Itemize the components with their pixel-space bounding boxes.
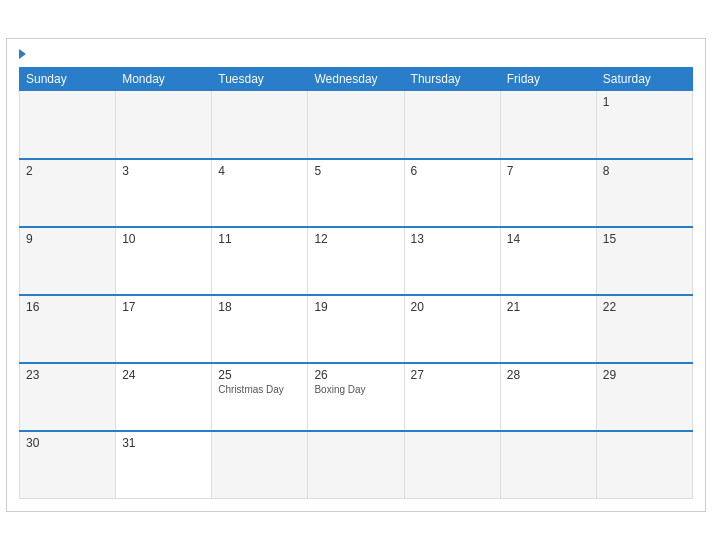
day-cell: 1 xyxy=(596,91,692,159)
day-cell xyxy=(500,91,596,159)
weekday-sunday: Sunday xyxy=(20,68,116,91)
day-number: 21 xyxy=(507,300,590,314)
day-cell: 29 xyxy=(596,363,692,431)
day-number: 31 xyxy=(122,436,205,450)
day-cell xyxy=(20,91,116,159)
day-cell: 3 xyxy=(116,159,212,227)
day-cell xyxy=(116,91,212,159)
day-cell: 12 xyxy=(308,227,404,295)
day-cell: 18 xyxy=(212,295,308,363)
day-number: 11 xyxy=(218,232,301,246)
calendar-grid: SundayMondayTuesdayWednesdayThursdayFrid… xyxy=(19,67,693,499)
day-cell: 19 xyxy=(308,295,404,363)
week-row-0: 1 xyxy=(20,91,693,159)
event-label: Boxing Day xyxy=(314,384,397,395)
day-cell: 21 xyxy=(500,295,596,363)
day-number: 10 xyxy=(122,232,205,246)
day-cell xyxy=(212,431,308,499)
day-number: 2 xyxy=(26,164,109,178)
logo-triangle-icon xyxy=(19,49,26,59)
day-cell: 6 xyxy=(404,159,500,227)
day-cell xyxy=(308,431,404,499)
day-number: 8 xyxy=(603,164,686,178)
calendar-header xyxy=(19,49,693,59)
day-number: 17 xyxy=(122,300,205,314)
calendar: SundayMondayTuesdayWednesdayThursdayFrid… xyxy=(6,38,706,512)
day-number: 29 xyxy=(603,368,686,382)
day-cell: 5 xyxy=(308,159,404,227)
day-cell: 2 xyxy=(20,159,116,227)
day-number: 20 xyxy=(411,300,494,314)
day-cell xyxy=(404,431,500,499)
day-number: 26 xyxy=(314,368,397,382)
day-cell: 22 xyxy=(596,295,692,363)
day-cell: 4 xyxy=(212,159,308,227)
week-row-5: 3031 xyxy=(20,431,693,499)
weekday-tuesday: Tuesday xyxy=(212,68,308,91)
day-number: 1 xyxy=(603,95,686,109)
day-cell: 24 xyxy=(116,363,212,431)
logo-blue-text xyxy=(19,49,28,59)
day-number: 18 xyxy=(218,300,301,314)
weekday-header-row: SundayMondayTuesdayWednesdayThursdayFrid… xyxy=(20,68,693,91)
day-number: 16 xyxy=(26,300,109,314)
week-row-3: 16171819202122 xyxy=(20,295,693,363)
day-number: 5 xyxy=(314,164,397,178)
day-cell: 25Christmas Day xyxy=(212,363,308,431)
event-label: Christmas Day xyxy=(218,384,301,395)
day-number: 28 xyxy=(507,368,590,382)
day-cell: 9 xyxy=(20,227,116,295)
weekday-saturday: Saturday xyxy=(596,68,692,91)
day-number: 13 xyxy=(411,232,494,246)
week-row-4: 232425Christmas Day26Boxing Day272829 xyxy=(20,363,693,431)
week-row-2: 9101112131415 xyxy=(20,227,693,295)
day-cell: 16 xyxy=(20,295,116,363)
day-number: 30 xyxy=(26,436,109,450)
day-cell: 28 xyxy=(500,363,596,431)
day-number: 24 xyxy=(122,368,205,382)
day-cell xyxy=(212,91,308,159)
day-number: 19 xyxy=(314,300,397,314)
day-cell: 17 xyxy=(116,295,212,363)
day-cell xyxy=(404,91,500,159)
weekday-thursday: Thursday xyxy=(404,68,500,91)
day-cell: 26Boxing Day xyxy=(308,363,404,431)
day-cell: 13 xyxy=(404,227,500,295)
day-cell: 23 xyxy=(20,363,116,431)
day-number: 12 xyxy=(314,232,397,246)
day-number: 25 xyxy=(218,368,301,382)
day-cell xyxy=(500,431,596,499)
weekday-wednesday: Wednesday xyxy=(308,68,404,91)
day-cell: 15 xyxy=(596,227,692,295)
day-number: 7 xyxy=(507,164,590,178)
day-number: 9 xyxy=(26,232,109,246)
day-cell: 31 xyxy=(116,431,212,499)
day-cell xyxy=(308,91,404,159)
day-cell: 20 xyxy=(404,295,500,363)
day-cell: 30 xyxy=(20,431,116,499)
day-number: 15 xyxy=(603,232,686,246)
day-number: 4 xyxy=(218,164,301,178)
day-cell: 7 xyxy=(500,159,596,227)
logo xyxy=(19,49,28,59)
day-number: 14 xyxy=(507,232,590,246)
day-cell xyxy=(596,431,692,499)
day-cell: 10 xyxy=(116,227,212,295)
day-number: 27 xyxy=(411,368,494,382)
day-cell: 11 xyxy=(212,227,308,295)
weekday-monday: Monday xyxy=(116,68,212,91)
day-cell: 27 xyxy=(404,363,500,431)
day-number: 23 xyxy=(26,368,109,382)
day-number: 6 xyxy=(411,164,494,178)
day-number: 22 xyxy=(603,300,686,314)
weekday-friday: Friday xyxy=(500,68,596,91)
day-number: 3 xyxy=(122,164,205,178)
day-cell: 8 xyxy=(596,159,692,227)
week-row-1: 2345678 xyxy=(20,159,693,227)
day-cell: 14 xyxy=(500,227,596,295)
